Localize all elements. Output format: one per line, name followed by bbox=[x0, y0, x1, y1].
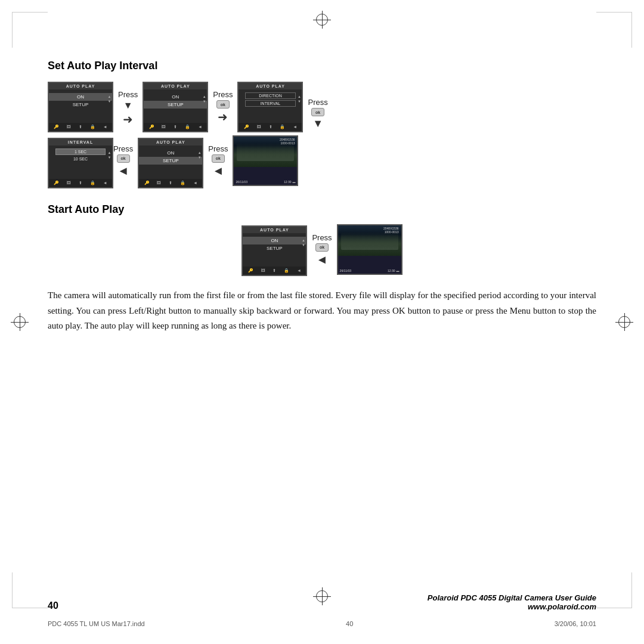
photo-content-1: 2048X1536 1000-0013 bbox=[234, 137, 297, 167]
press-label-4: Press bbox=[208, 144, 228, 153]
corner-tl bbox=[12, 12, 48, 48]
ok-btn-3[interactable]: ok bbox=[212, 154, 225, 163]
screen1-setup: SETUP bbox=[49, 101, 112, 109]
crosshair-top bbox=[313, 11, 331, 29]
corner-tr bbox=[596, 12, 632, 48]
photo-date-1: 26/11/03 bbox=[236, 180, 247, 184]
page: Set Auto Play Interval AUTO PLAY ON SETU… bbox=[0, 0, 644, 644]
screen1-on: ON bbox=[49, 93, 112, 101]
start-date: 26/11/03 bbox=[340, 269, 351, 273]
ok-btn-5[interactable]: ok bbox=[315, 243, 329, 252]
ok-btn-4[interactable]: ok bbox=[117, 154, 130, 163]
screen2-bottom: 🔑 🖼 ⬆ 🔒 ◄ bbox=[144, 123, 207, 131]
press-label-5: Press bbox=[113, 144, 133, 153]
start-screen1: AUTO PLAY ON SETUP ▲ ▼ 🔑 🖼 ⬆ 🔒 ◄ bbox=[242, 223, 307, 276]
scroll5: ▲ ▼ bbox=[198, 151, 201, 179]
section1-title: Set Auto Play Interval bbox=[48, 60, 157, 72]
press-label-2: Press bbox=[213, 90, 233, 99]
bottom-footer-date: 3/20/06, 10:01 bbox=[555, 620, 596, 627]
screen1: AUTO PLAY ON SETUP ▲ ▼ 🔑 🖼 ⬆ 🔒 ◄ bbox=[48, 79, 113, 132]
ok-btn-2[interactable]: ok bbox=[311, 108, 324, 116]
footer-brand: Polaroid PDC 4055 Digital Camera User Gu… bbox=[428, 593, 596, 611]
footer: 40 Polaroid PDC 4055 Digital Camera User… bbox=[48, 593, 596, 611]
ok-btn-1[interactable]: ok bbox=[216, 100, 230, 109]
screen2-header: AUTO PLAY bbox=[144, 83, 207, 89]
photo-screen-1: ▶ 2048X1536 1000-0013 26/11/03 12:30 ▬ bbox=[233, 135, 298, 186]
scroll3: ▲ ▼ bbox=[298, 95, 301, 123]
bottom-footer: PDC 4055 TL UM US Mar17.indd 40 3/20/06,… bbox=[48, 620, 596, 627]
screen6-10sec: 10 SEC bbox=[55, 156, 106, 162]
screen5-bottom: 🔑 🖼 ⬆ 🔒 ◄ bbox=[139, 179, 202, 187]
screen1-bottom: 🔑 🖼 ⬆ 🔒 ◄ bbox=[49, 123, 112, 131]
screen2-on: ON bbox=[144, 93, 207, 101]
bottom-footer-left: PDC 4055 TL UM US Mar17.indd bbox=[48, 620, 145, 627]
press-label-1: Press bbox=[118, 90, 138, 99]
start-screen1-setup: SETUP bbox=[243, 244, 306, 252]
crosshair-right bbox=[615, 313, 633, 331]
start-photo-content: 2048X1536 1000-0013 bbox=[338, 225, 401, 256]
start-time: 12:30 bbox=[388, 269, 395, 273]
screen5-setup: SETUP bbox=[139, 157, 202, 165]
crosshair-left bbox=[11, 313, 29, 331]
screen5-header: AUTO PLAY bbox=[139, 139, 202, 145]
screen2: AUTO PLAY ON SETUP ▲ ▼ 🔑 🖼 ⬆ 🔒 ◄ bbox=[143, 79, 208, 132]
screen3-direction: DIRECTION bbox=[245, 92, 296, 99]
screen3-interval: INTERVAL bbox=[245, 100, 296, 107]
photo-time-1: 12:30 bbox=[284, 180, 292, 184]
scroll-start1: ▲ ▼ bbox=[302, 239, 305, 267]
corner-bl bbox=[12, 572, 48, 608]
screen5-on: ON bbox=[139, 149, 202, 157]
scroll2: ▲ ▼ bbox=[203, 95, 206, 123]
screen1-header: AUTO PLAY bbox=[49, 83, 112, 89]
start-photo-screen: ▶ 2048X1536 1000-0013 26/11/03 12:30 ▬ bbox=[337, 224, 402, 275]
screen6-bottom: 🔑 🖼 ⬆ 🔒 ◄ bbox=[49, 179, 112, 187]
bottom-footer-page: 40 bbox=[346, 620, 353, 627]
start-screen1-header: AUTO PLAY bbox=[243, 227, 306, 233]
start-screen1-bottom: 🔑 🖼 ⬆ 🔒 ◄ bbox=[243, 267, 306, 275]
screen2-setup: SETUP bbox=[144, 101, 207, 109]
scroll6: ▲ ▼ bbox=[108, 151, 111, 179]
start-screen1-on: ON bbox=[243, 237, 306, 244]
section2-title: Start Auto Play bbox=[48, 203, 124, 215]
body-text: The camera will automatically run from t… bbox=[48, 288, 596, 334]
footer-brand-url: www.polaroid.com bbox=[428, 602, 596, 611]
screen6-1sec: 1 SEC bbox=[55, 148, 106, 155]
screen6-header: INTERVAL bbox=[49, 139, 112, 145]
press-label-6: Press bbox=[312, 233, 332, 242]
screen3-bottom: 🔑 🖼 ⬆ 🔒 ◄ bbox=[239, 123, 302, 131]
screen3-header: AUTO PLAY bbox=[239, 83, 302, 89]
footer-brand-title: Polaroid PDC 4055 Digital Camera User Gu… bbox=[428, 593, 596, 602]
corner-br bbox=[596, 572, 632, 608]
screen5: AUTO PLAY ON SETUP ▲ ▼ 🔑 🖼 ⬆ 🔒 ◄ bbox=[138, 135, 203, 188]
screen6: INTERVAL 1 SEC 10 SEC ▲ ▼ 🔑 🖼 ⬆ 🔒 ◄ bbox=[48, 135, 113, 188]
page-number: 40 bbox=[48, 600, 58, 611]
scroll1: ▲ ▼ bbox=[108, 95, 111, 123]
press-label-3: Press bbox=[308, 98, 327, 107]
screen3: AUTO PLAY DIRECTION INTERVAL ▲ ▼ 🔑 🖼 ⬆ 🔒… bbox=[237, 79, 303, 132]
